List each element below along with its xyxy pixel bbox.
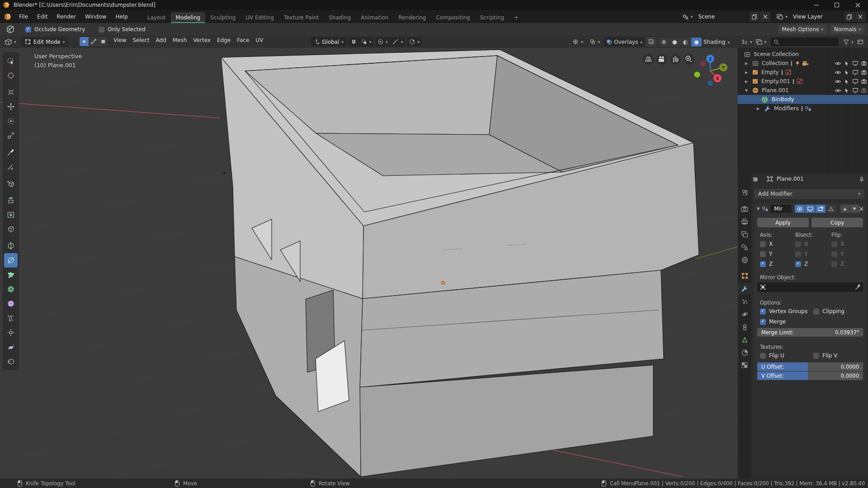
tab-sculpting[interactable]: Sculpting bbox=[205, 12, 241, 23]
select-box-tool-button[interactable] bbox=[4, 54, 18, 68]
tab-rendering[interactable]: Rendering bbox=[393, 12, 431, 23]
cursor-tool-button[interactable] bbox=[4, 68, 18, 83]
outliner-display-mode-dropdown[interactable] bbox=[741, 39, 752, 45]
remove-view-layer-button[interactable] bbox=[854, 12, 865, 22]
material-preview-button[interactable]: ◐ bbox=[680, 38, 691, 47]
outliner-filter-dropdown[interactable] bbox=[843, 39, 854, 45]
tab-output[interactable] bbox=[738, 216, 751, 227]
active-tool-knife-icon[interactable] bbox=[5, 24, 15, 34]
transform-tool-button[interactable] bbox=[4, 85, 18, 99]
tab-tool[interactable] bbox=[738, 187, 751, 198]
disable-render-toggle[interactable] bbox=[859, 60, 868, 66]
modifier-realtime-toggle[interactable] bbox=[805, 205, 815, 213]
add-modifier-dropdown[interactable]: Add Modifier bbox=[754, 189, 864, 199]
unlink-scene-button[interactable] bbox=[760, 12, 770, 22]
add-view-layer-button[interactable] bbox=[844, 12, 854, 22]
annotate-tool-button[interactable] bbox=[4, 145, 18, 160]
xray-toggle-button[interactable] bbox=[646, 37, 657, 47]
flip-v-checkbox[interactable] bbox=[813, 353, 819, 359]
gizmo-neg-y-ball[interactable] bbox=[694, 72, 700, 78]
menu-render[interactable]: Render bbox=[52, 11, 80, 23]
menu-window[interactable]: Window bbox=[80, 11, 111, 23]
selectable-toggle[interactable] bbox=[842, 61, 851, 66]
expand-icon[interactable]: ▶ bbox=[744, 70, 749, 75]
modifier-editmode-toggle[interactable] bbox=[816, 205, 826, 213]
loop-cut-tool-button[interactable] bbox=[4, 239, 18, 253]
flip-x-checkbox[interactable] bbox=[831, 241, 837, 247]
axis-x-checkbox[interactable] bbox=[760, 241, 766, 247]
pin-icon[interactable] bbox=[859, 177, 864, 183]
flip-y-checkbox[interactable] bbox=[831, 251, 837, 257]
hide-viewport-toggle[interactable] bbox=[834, 60, 842, 67]
minimize-button[interactable] bbox=[806, 0, 826, 10]
rotate-tool-button[interactable] bbox=[4, 114, 18, 128]
merge-limit-field[interactable]: Merge Limit: 0.03937" bbox=[757, 328, 863, 337]
v-offset-slider[interactable]: V Offset: 0.0000 bbox=[757, 371, 863, 380]
occlude-geometry-checkbox[interactable] bbox=[25, 27, 31, 33]
tab-texture-paint[interactable]: Texture Paint bbox=[279, 12, 324, 23]
mirror-object-field[interactable] bbox=[757, 282, 863, 292]
hide-viewport-toggle[interactable] bbox=[834, 87, 842, 94]
tab-physics[interactable] bbox=[738, 308, 751, 320]
proportional-editing-dropdown[interactable] bbox=[375, 37, 390, 47]
selectable-toggle[interactable] bbox=[842, 88, 851, 94]
modifier-name-field[interactable]: Mir bbox=[770, 205, 791, 213]
inset-faces-tool-button[interactable] bbox=[4, 207, 18, 222]
properties-editor-type-button[interactable] bbox=[752, 176, 759, 183]
toggle-grid-button[interactable] bbox=[643, 54, 654, 65]
outliner-row-scene-collection[interactable]: Scene Collection bbox=[738, 50, 868, 59]
selectable-toggle[interactable] bbox=[842, 70, 851, 75]
menu-select[interactable]: Select bbox=[129, 37, 152, 43]
outliner-row-modifiers[interactable]: ▶ Modifiers bbox=[738, 104, 868, 113]
menu-add[interactable]: Add bbox=[153, 37, 170, 43]
normals-dropdown[interactable]: Normals bbox=[830, 25, 864, 34]
smooth-tool-button[interactable] bbox=[4, 296, 18, 311]
disable-render-toggle[interactable] bbox=[859, 69, 868, 75]
rip-region-tool-button[interactable] bbox=[4, 354, 18, 369]
new-scene-button[interactable] bbox=[749, 12, 760, 22]
remove-modifier-icon[interactable] bbox=[859, 206, 863, 211]
tab-scripting[interactable]: Scripting bbox=[475, 12, 509, 23]
bisect-y-checkbox[interactable] bbox=[795, 251, 801, 257]
flip-u-checkbox[interactable] bbox=[760, 353, 766, 359]
show-gizmo-dropdown[interactable] bbox=[570, 37, 585, 47]
move-modifier-up-button[interactable] bbox=[840, 205, 849, 213]
rendered-shading-button[interactable]: ◉ bbox=[691, 38, 702, 47]
hide-viewport-toggle[interactable] bbox=[834, 69, 842, 76]
snap-toggle-button[interactable] bbox=[349, 37, 359, 47]
mode-dropdown[interactable]: Edit Mode bbox=[22, 37, 68, 47]
hide-viewport-toggle[interactable] bbox=[834, 78, 842, 85]
edge-select-mode-button[interactable] bbox=[89, 37, 98, 46]
menu-vertex[interactable]: Vertex bbox=[190, 37, 214, 43]
editor-type-button[interactable] bbox=[3, 37, 19, 47]
knife-tool-button[interactable] bbox=[4, 253, 18, 267]
menu-face[interactable]: Face bbox=[234, 37, 252, 43]
outliner-new-collection-button[interactable] bbox=[857, 39, 863, 45]
solid-shading-button[interactable]: ● bbox=[670, 38, 680, 47]
tab-modifiers[interactable] bbox=[738, 283, 751, 295]
close-button[interactable] bbox=[847, 0, 868, 10]
zoom-view-button[interactable] bbox=[684, 54, 694, 65]
u-offset-slider[interactable]: U Offset: 0.0000 bbox=[757, 362, 863, 371]
outliner-row-empty-001[interactable]: ▶ Empty.001 bbox=[738, 77, 868, 86]
tab-scene[interactable] bbox=[738, 241, 751, 253]
poly-build-tool-button[interactable] bbox=[4, 267, 18, 282]
modifier-render-toggle[interactable] bbox=[795, 205, 805, 213]
view-layer-name[interactable]: View Layer bbox=[790, 12, 844, 22]
eyedropper-icon[interactable] bbox=[855, 284, 860, 290]
add-workspace-button[interactable]: + bbox=[509, 12, 524, 23]
tab-world[interactable] bbox=[738, 254, 751, 266]
merge-checkbox[interactable] bbox=[760, 319, 766, 325]
outliner-row-binbody[interactable]: BinBody bbox=[738, 95, 868, 104]
transform-orientation-dropdown[interactable]: Global bbox=[311, 37, 347, 47]
blender-menu-icon[interactable] bbox=[4, 13, 12, 21]
scene-name[interactable]: Scene bbox=[695, 12, 749, 22]
disable-viewport-toggle[interactable] bbox=[851, 78, 859, 84]
scene-dropdown-icon[interactable] bbox=[679, 12, 696, 22]
viewport-3d-canvas[interactable]: Z Y X bbox=[0, 48, 738, 479]
expand-icon[interactable]: ▶ bbox=[744, 61, 749, 66]
menu-uv[interactable]: UV bbox=[252, 37, 266, 43]
overlays-combo[interactable]: Overlays bbox=[604, 37, 644, 47]
gizmo-neg-x-ball[interactable] bbox=[700, 61, 706, 66]
panel-expand-icon[interactable]: ▼ bbox=[756, 206, 760, 211]
